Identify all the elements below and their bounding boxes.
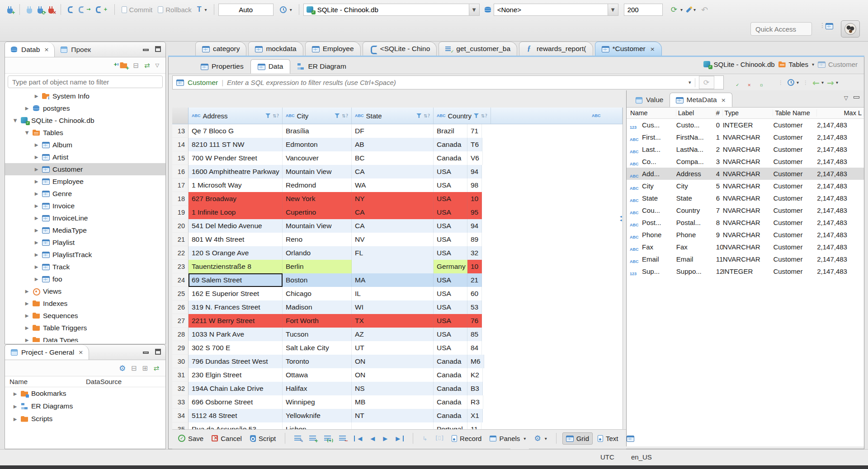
row-number[interactable]: 29	[172, 341, 189, 355]
grid-cell[interactable]	[352, 260, 434, 273]
collapse-all-button[interactable]: ⊟	[131, 364, 137, 372]
row-number[interactable]: 20	[172, 219, 189, 233]
next-row-button[interactable]: ▶	[380, 433, 391, 444]
commit-mode-combo[interactable]	[218, 4, 274, 16]
grid-cell[interactable]: BC	[352, 151, 434, 165]
project-tree-item[interactable]: ▶ ER Diagrams	[5, 400, 165, 413]
row-number[interactable]: 27	[172, 314, 189, 328]
row-number[interactable]: 19	[172, 206, 189, 219]
grid-cell[interactable]: 69 Salem Street	[189, 273, 283, 287]
project-tree-item[interactable]: ▶ Bookmarks	[5, 387, 165, 400]
grid-cell[interactable]: USA	[434, 219, 467, 233]
tree-item[interactable]: ▶ Playlist	[5, 236, 165, 249]
new-sql-editor-button[interactable]: +	[93, 5, 110, 14]
close-icon[interactable]: ×	[650, 46, 655, 52]
expand-arrow-icon[interactable]: ▶	[24, 338, 30, 342]
row-number[interactable]: 24	[172, 273, 189, 287]
grid-cell[interactable]: Salt Lake City	[283, 341, 352, 355]
tree-item[interactable]: ▶ Customer	[5, 163, 165, 175]
grid-cell[interactable]: USA	[434, 192, 467, 206]
grid-cell[interactable]: ON	[352, 368, 434, 382]
row-number[interactable]: 22	[172, 246, 189, 260]
tree-item[interactable]: ▶ Employee	[5, 175, 165, 188]
grid-cell[interactable]: AB	[352, 138, 434, 151]
settings-button[interactable]: ⚙▾	[531, 432, 550, 445]
back-button[interactable]: ←▾	[812, 79, 824, 86]
first-row-button[interactable]: ◀	[351, 433, 365, 444]
grid-column-header[interactable]: ABC Country ⇅?	[434, 108, 491, 124]
grid-cell[interactable]: Canada	[434, 355, 467, 368]
forward-button[interactable]: →▾	[827, 79, 838, 86]
grid-cell[interactable]: USA	[434, 300, 467, 314]
expand-arrow-icon[interactable]: ▶	[33, 179, 39, 184]
grid-cell[interactable]: Brazil	[434, 124, 467, 138]
grid-cell[interactable]: 95	[467, 206, 482, 219]
grid-cell[interactable]: WI	[352, 300, 434, 314]
fetch-size-input[interactable]	[624, 4, 662, 15]
grid-cell[interactable]: 1033 N Park Ave	[189, 328, 283, 341]
grid-cell[interactable]: 11	[467, 422, 481, 429]
metadata-row[interactable]: City City 5 NVARCHAR Customer 2,147,483	[627, 180, 864, 192]
save-filter-button[interactable]: ▫	[754, 79, 762, 86]
grid-cell[interactable]: Edmonton	[283, 138, 352, 151]
grid-cell[interactable]: 1 Microsoft Way	[189, 178, 283, 192]
grid-cell[interactable]	[352, 422, 434, 429]
grid-cell[interactable]: ON	[352, 355, 434, 368]
grid-cell[interactable]: USA	[434, 341, 467, 355]
link-with-editor-button[interactable]: ⇄	[144, 61, 150, 70]
grid-cell[interactable]: 94	[467, 219, 482, 233]
tree-item[interactable]: ▶ Artist	[5, 151, 165, 163]
expand-arrow-icon[interactable]: ▶	[33, 277, 39, 281]
view-menu-button[interactable]: ▽	[156, 62, 159, 68]
grid-cell[interactable]: Canada	[434, 409, 467, 422]
expand-arrow-icon[interactable]: ▶	[12, 404, 18, 409]
panel-toggle-button[interactable]	[623, 433, 637, 444]
grid-cell[interactable]: T6	[467, 138, 482, 151]
grid-cell[interactable]: NS	[352, 382, 434, 395]
grid-cell[interactable]: USA	[434, 178, 467, 192]
grid-cell[interactable]: NY	[352, 192, 434, 206]
table-row[interactable]: 15 700 W Pender StreetVancouverBCCanadaV…	[172, 151, 623, 165]
column-sort-icon[interactable]: ⇅?	[342, 113, 348, 118]
grid-cell[interactable]: Reno	[283, 233, 352, 246]
commit-mode-input[interactable]	[219, 4, 273, 15]
grid-cell[interactable]: Fort Worth	[283, 314, 352, 328]
tab-metadata[interactable]: MetaData×	[670, 93, 732, 107]
table-row[interactable]: 33 696 Osborne StreetWinnipegMBCanadaR3	[172, 395, 623, 409]
editor-tab[interactable]: <SQLite - Chino	[363, 42, 437, 56]
grid-cell[interactable]: WA	[352, 178, 434, 192]
grid-cell[interactable]: 1 Infinite Loop	[189, 206, 283, 219]
cancel-button[interactable]: Cancel	[208, 433, 245, 444]
tree-item[interactable]: ▶ Sequences	[5, 310, 165, 322]
fetch-all-button[interactable]: [⌷]	[432, 433, 447, 444]
close-icon[interactable]: ×	[721, 97, 726, 103]
metadata-row[interactable]: State State 6 NVARCHAR Customer 2,147,48…	[627, 192, 864, 204]
grid-cell[interactable]: AZ	[352, 328, 434, 341]
table-row[interactable]: 18 627 BroadwayNew YorkNYUSA10	[172, 192, 623, 206]
maximize-icon[interactable]	[155, 349, 161, 355]
table-row[interactable]: 17 1 Microsoft WayRedmondWAUSA98	[172, 178, 623, 192]
link-with-editor-button[interactable]: ⇄	[153, 364, 159, 372]
grid-cell[interactable]: Tucson	[283, 328, 352, 341]
editor-tab[interactable]: category	[195, 42, 246, 56]
reconnect-button[interactable]: ⟳	[35, 5, 46, 15]
row-number[interactable]: 18	[172, 192, 189, 206]
tree-item[interactable]: ▶ System Info	[5, 90, 165, 102]
grid-cell[interactable]: Toronto	[283, 355, 352, 368]
tree-item[interactable]: ▶ Views	[5, 285, 165, 297]
open-sql-editor-button[interactable]: →	[76, 5, 93, 14]
grid-cell[interactable]: 801 W 4th Street	[189, 233, 283, 246]
grid-cell[interactable]: USA	[434, 206, 467, 219]
column-name[interactable]: Name	[5, 378, 84, 385]
row-number[interactable]: 23	[172, 260, 189, 273]
duplicate-row-button[interactable]: (+)	[321, 434, 334, 443]
editor-tab[interactable]: get_customer_ba	[439, 42, 517, 56]
table-row[interactable]: 32 194A Chain Lake DriveHalifaxNSCanadaB…	[172, 382, 623, 395]
editor-tab[interactable]: *Customer ×	[595, 42, 662, 56]
minimize-icon[interactable]	[143, 49, 149, 51]
expand-arrow-icon[interactable]: ▶	[33, 216, 39, 220]
table-row[interactable]: 30 796 Dundas Street WestTorontoONCanada…	[172, 355, 623, 368]
result-subtab[interactable]: ER Diagram	[290, 59, 353, 74]
grid-column-header[interactable]: ABC State ⇅?	[352, 108, 434, 124]
expand-arrow-icon[interactable]: ▶	[12, 391, 18, 396]
